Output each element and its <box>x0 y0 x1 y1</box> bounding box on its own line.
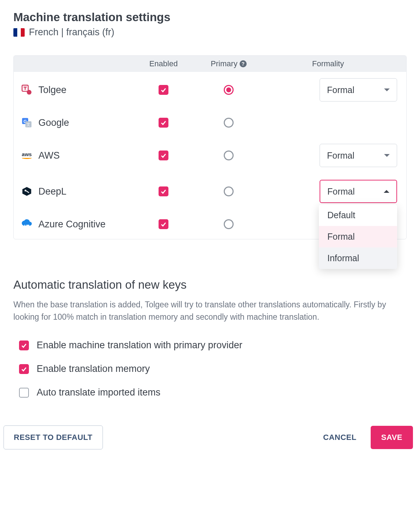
auto-section-title: Automatic translation of new keys <box>13 278 407 292</box>
auto-option-row: Enable machine translation with primary … <box>19 333 407 357</box>
tolgee-icon <box>21 84 33 96</box>
reset-to-default-button[interactable]: RESET TO DEFAULT <box>4 425 103 449</box>
language-label: French | français (fr) <box>29 27 115 38</box>
language-subtitle: French | français (fr) <box>13 27 416 38</box>
provider-name: Tolgee <box>38 85 67 96</box>
footer-actions: RESET TO DEFAULT CANCEL SAVE <box>4 425 416 449</box>
deepl-icon <box>21 185 33 197</box>
formality-select[interactable]: Formal <box>320 144 397 167</box>
primary-radio[interactable] <box>224 118 234 128</box>
svg-point-1 <box>27 90 31 94</box>
provider-name: Azure Cognitive <box>38 219 106 230</box>
column-primary: Primary ? <box>193 59 264 68</box>
flag-icon <box>13 28 25 37</box>
chevron-down-icon <box>384 88 390 91</box>
formality-option[interactable]: Formal <box>319 226 397 247</box>
auto-option-checkbox[interactable] <box>19 388 29 398</box>
save-button[interactable]: SAVE <box>371 426 413 449</box>
formality-option[interactable]: Default <box>319 204 397 226</box>
cancel-button[interactable]: CANCEL <box>320 429 360 446</box>
svg-text:文: 文 <box>26 122 30 127</box>
provider-name: DeepL <box>38 186 67 197</box>
auto-option-row: Auto translate imported items <box>19 381 407 404</box>
column-formality: Formality <box>264 59 399 68</box>
primary-radio[interactable] <box>224 186 234 196</box>
formality-value: Formal <box>327 151 354 161</box>
enabled-checkbox[interactable] <box>159 219 168 229</box>
auto-option-label: Enable machine translation with primary … <box>37 340 242 351</box>
provider-name: Google <box>38 117 69 128</box>
formality-select[interactable]: Formal <box>320 180 397 203</box>
formality-select[interactable]: Formal <box>320 78 397 102</box>
column-primary-label: Primary <box>211 59 237 68</box>
formality-value: Formal <box>327 85 354 95</box>
table-row: awsAWSFormal <box>14 137 406 173</box>
chevron-up-icon <box>384 190 389 193</box>
auto-section-description: When the base translation is added, Tolg… <box>13 299 407 323</box>
formality-value: Formal <box>327 186 355 197</box>
primary-radio[interactable] <box>224 151 234 160</box>
formality-option[interactable]: Informal <box>319 247 397 269</box>
auto-option-checkbox[interactable] <box>19 364 29 374</box>
auto-option-row: Enable translation memory <box>19 357 407 381</box>
google-icon: G文 <box>21 117 33 129</box>
aws-icon: aws <box>21 149 33 161</box>
table-row: G文Google <box>14 108 406 137</box>
table-row: DeepLFormalDefaultFormalInformal <box>14 173 406 209</box>
primary-radio[interactable] <box>224 219 234 229</box>
enabled-checkbox[interactable] <box>159 186 168 196</box>
azure-icon <box>21 218 33 230</box>
providers-table: Enabled Primary ? Formality TolgeeFormal… <box>13 55 407 239</box>
auto-option-label: Auto translate imported items <box>37 387 160 398</box>
provider-name: AWS <box>38 150 60 161</box>
enabled-checkbox[interactable] <box>159 85 168 95</box>
primary-radio[interactable] <box>224 85 234 95</box>
auto-option-checkbox[interactable] <box>19 341 29 350</box>
help-icon[interactable]: ? <box>240 60 247 67</box>
chevron-down-icon <box>384 154 390 157</box>
column-enabled: Enabled <box>134 59 193 68</box>
page-title: Machine translation settings <box>13 11 416 24</box>
table-header: Enabled Primary ? Formality <box>14 56 406 72</box>
formality-dropdown-menu: DefaultFormalInformal <box>319 204 397 269</box>
svg-point-7 <box>25 190 26 191</box>
enabled-checkbox[interactable] <box>159 118 168 128</box>
auto-option-label: Enable translation memory <box>37 363 150 374</box>
enabled-checkbox[interactable] <box>159 151 168 160</box>
table-row: TolgeeFormal <box>14 72 406 108</box>
